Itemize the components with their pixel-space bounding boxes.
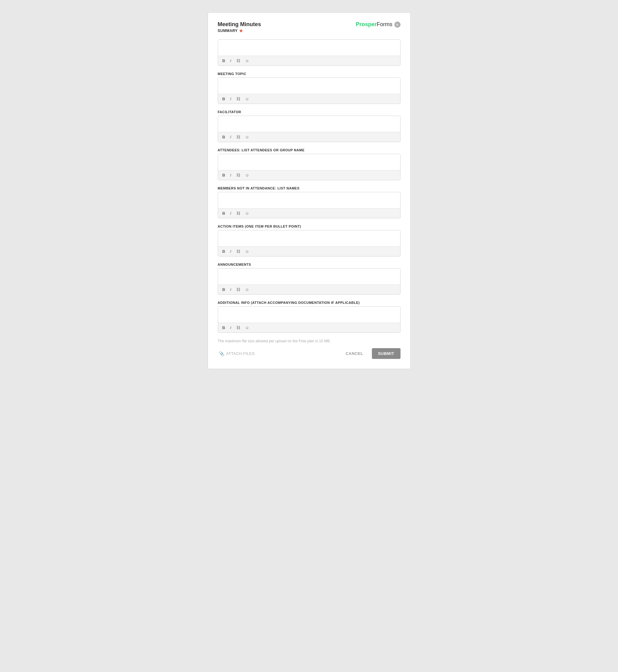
facilitator-link-button[interactable]: ⛓ — [235, 134, 241, 140]
facilitator-toolbar: B I ⛓ ☺ — [218, 132, 400, 142]
facilitator-italic-button[interactable]: I — [229, 134, 232, 140]
additional-info-emoji-button[interactable]: ☺ — [244, 325, 250, 331]
facilitator-label: FACILITATOR — [218, 110, 401, 114]
action-items-input[interactable] — [218, 230, 400, 245]
announcements-italic-button[interactable]: I — [229, 287, 232, 293]
submit-button[interactable]: SUBMIT — [372, 348, 401, 359]
action-items-toolbar: B I ⛓ ☺ — [218, 246, 400, 256]
attendees-italic-button[interactable]: I — [229, 172, 232, 178]
action-items-link-button[interactable]: ⛓ — [235, 248, 241, 254]
close-button[interactable]: × — [394, 21, 401, 28]
meeting-minutes-title: Meeting Minutes — [218, 21, 261, 28]
action-items-emoji-button[interactable]: ☺ — [244, 248, 250, 254]
announcements-editor: B I ⛓ ☺ — [218, 268, 401, 295]
attach-files-button[interactable]: 📎 ATTACH FILES — [218, 349, 256, 359]
meeting-topic-emoji-button[interactable]: ☺ — [244, 96, 250, 102]
action-items-label: ACTION ITEMS (ONE ITEM PER BULLET POINT) — [218, 225, 401, 228]
announcements-label: ANNOUNCEMENTS — [218, 263, 401, 266]
meeting-topic-link-button[interactable]: ⛓ — [235, 96, 241, 102]
attendees-label: ATTENDEES: LIST ATTENDEES OR GROUP NAME — [218, 148, 401, 152]
meeting-topic-input[interactable] — [218, 78, 400, 93]
logo-forms: Forms — [377, 21, 393, 28]
field-facilitator: FACILITATOR B I ⛓ ☺ — [218, 110, 401, 142]
additional-info-label: ADDITIONAL INFO (ATTACH ACCOMPANYING DOC… — [218, 301, 401, 305]
members-not-in-attendance-label: MEMBERS NOT IN ATTENDANCE: LIST NAMES — [218, 186, 401, 190]
additional-info-toolbar: B I ⛓ ☺ — [218, 323, 400, 332]
attendees-toolbar: B I ⛓ ☺ — [218, 170, 400, 180]
members-bold-button[interactable]: B — [221, 210, 226, 216]
prosper-forms-logo: Prosper Forms — [355, 21, 392, 28]
meeting-topic-toolbar: B I ⛓ ☺ — [218, 94, 400, 104]
announcements-input[interactable] — [218, 268, 400, 283]
summary-link-button[interactable]: ⛓ — [235, 58, 241, 64]
cancel-button[interactable]: CANCEL — [342, 349, 367, 358]
members-not-in-attendance-editor: B I ⛓ ☺ — [218, 192, 401, 218]
attach-files-label: ATTACH FILES — [226, 351, 255, 356]
additional-info-italic-button[interactable]: I — [229, 325, 232, 331]
logo-wrapper: Prosper Forms × — [355, 21, 400, 28]
summary-toolbar: B I ⛓ ☺ — [218, 56, 400, 66]
announcements-bold-button[interactable]: B — [221, 287, 226, 293]
field-attendees: ATTENDEES: LIST ATTENDEES OR GROUP NAME … — [218, 148, 401, 180]
action-items-editor: B I ⛓ ☺ — [218, 230, 401, 256]
announcements-emoji-button[interactable]: ☺ — [244, 287, 250, 293]
additional-info-input[interactable] — [218, 307, 400, 321]
form-title: Meeting Minutes SUMMARY ★ — [218, 21, 261, 33]
summary-emoji-button[interactable]: ☺ — [244, 58, 250, 64]
field-meeting-topic: MEETING TOPIC B I ⛓ ☺ — [218, 72, 401, 104]
attendees-emoji-button[interactable]: ☺ — [244, 172, 250, 178]
meeting-topic-editor: B I ⛓ ☺ — [218, 78, 401, 104]
attendees-editor: B I ⛓ ☺ — [218, 154, 401, 180]
attendees-bold-button[interactable]: B — [221, 172, 226, 178]
summary-italic-button[interactable]: I — [229, 58, 232, 64]
members-italic-button[interactable]: I — [229, 210, 232, 216]
paperclip-icon: 📎 — [219, 351, 224, 356]
file-size-note: The maximum file size allowed per upload… — [218, 339, 401, 343]
meeting-topic-italic-button[interactable]: I — [229, 96, 232, 102]
announcements-toolbar: B I ⛓ ☺ — [218, 285, 400, 294]
field-announcements: ANNOUNCEMENTS B I ⛓ ☺ — [218, 263, 401, 295]
summary-bold-button[interactable]: B — [221, 58, 226, 64]
facilitator-input[interactable] — [218, 116, 400, 131]
announcements-link-button[interactable]: ⛓ — [235, 287, 241, 293]
members-emoji-button[interactable]: ☺ — [244, 210, 250, 216]
summary-input[interactable] — [218, 40, 400, 54]
additional-info-link-button[interactable]: ⛓ — [235, 325, 241, 331]
form-header: Meeting Minutes SUMMARY ★ Prosper Forms … — [218, 21, 401, 33]
form-container: Meeting Minutes SUMMARY ★ Prosper Forms … — [208, 12, 411, 369]
field-action-items: ACTION ITEMS (ONE ITEM PER BULLET POINT)… — [218, 225, 401, 256]
meeting-topic-bold-button[interactable]: B — [221, 96, 226, 102]
footer-right: CANCEL SUBMIT — [342, 348, 400, 359]
attendees-link-button[interactable]: ⛓ — [235, 172, 241, 178]
facilitator-bold-button[interactable]: B — [221, 134, 226, 140]
additional-info-editor: B I ⛓ ☺ — [218, 306, 401, 333]
summary-header-label: SUMMARY ★ — [218, 28, 261, 33]
summary-editor: B I ⛓ ☺ — [218, 39, 401, 66]
facilitator-editor: B I ⛓ ☺ — [218, 116, 401, 142]
field-summary: B I ⛓ ☺ — [218, 39, 401, 66]
field-additional-info: ADDITIONAL INFO (ATTACH ACCOMPANYING DOC… — [218, 301, 401, 333]
additional-info-bold-button[interactable]: B — [221, 325, 226, 331]
form-footer: 📎 ATTACH FILES CANCEL SUBMIT — [218, 348, 401, 359]
members-link-button[interactable]: ⛓ — [235, 210, 241, 216]
facilitator-emoji-button[interactable]: ☺ — [244, 134, 250, 140]
action-items-italic-button[interactable]: I — [229, 248, 232, 254]
action-items-bold-button[interactable]: B — [221, 248, 226, 254]
logo-prosper: Prosper — [355, 21, 377, 28]
attendees-input[interactable] — [218, 154, 400, 169]
members-not-in-attendance-input[interactable] — [218, 192, 400, 207]
field-members-not-in-attendance: MEMBERS NOT IN ATTENDANCE: LIST NAMES B … — [218, 186, 401, 218]
members-not-in-attendance-toolbar: B I ⛓ ☺ — [218, 208, 400, 218]
required-star: ★ — [239, 28, 243, 33]
meeting-topic-label: MEETING TOPIC — [218, 72, 401, 76]
